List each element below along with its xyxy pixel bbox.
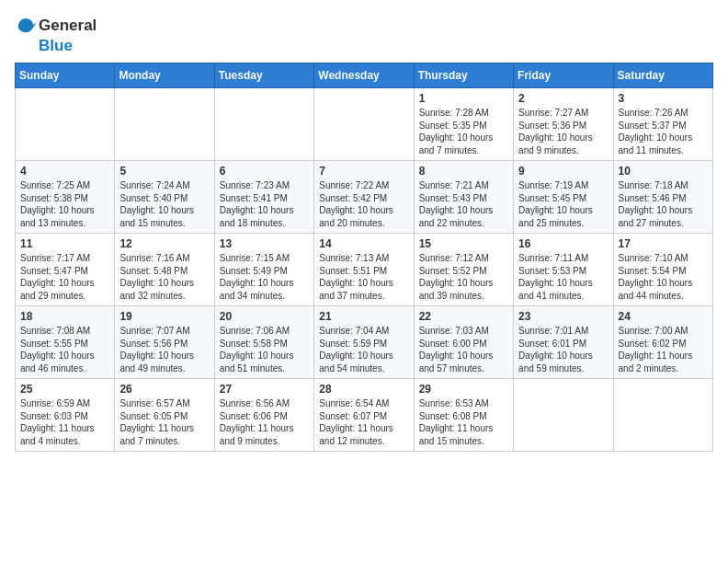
calendar-cell: 20Sunrise: 7:06 AM Sunset: 5:58 PM Dayli… <box>214 306 313 379</box>
day-number: 1 <box>419 92 508 105</box>
calendar-cell: 21Sunrise: 7:04 AM Sunset: 5:59 PM Dayli… <box>314 306 414 379</box>
day-number: 20 <box>220 310 309 323</box>
day-number: 27 <box>220 383 309 396</box>
day-info: Sunrise: 7:06 AM Sunset: 5:58 PM Dayligh… <box>220 325 309 374</box>
logo-blue: Blue <box>39 37 73 55</box>
day-info: Sunrise: 7:22 AM Sunset: 5:42 PM Dayligh… <box>319 179 408 229</box>
calendar-cell: 16Sunrise: 7:11 AM Sunset: 5:53 PM Dayli… <box>514 234 613 306</box>
calendar-table: SundayMondayTuesdayWednesdayThursdayFrid… <box>15 63 713 452</box>
day-info: Sunrise: 7:28 AM Sunset: 5:35 PM Dayligh… <box>419 107 508 156</box>
day-info: Sunrise: 7:07 AM Sunset: 5:56 PM Dayligh… <box>119 325 209 374</box>
day-info: Sunrise: 7:25 AM Sunset: 5:38 PM Dayligh… <box>20 179 109 229</box>
day-info: Sunrise: 7:03 AM Sunset: 6:00 PM Dayligh… <box>419 325 508 374</box>
calendar-week-row: 11Sunrise: 7:17 AM Sunset: 5:47 PM Dayli… <box>16 234 713 306</box>
day-info: Sunrise: 6:53 AM Sunset: 6:08 PM Dayligh… <box>419 397 508 447</box>
calendar-cell: 7Sunrise: 7:22 AM Sunset: 5:42 PM Daylig… <box>314 161 414 234</box>
day-info: Sunrise: 7:26 AM Sunset: 5:37 PM Dayligh… <box>619 107 708 156</box>
day-info: Sunrise: 7:13 AM Sunset: 5:51 PM Dayligh… <box>319 252 408 302</box>
calendar-cell <box>115 88 214 161</box>
day-number: 13 <box>220 237 309 250</box>
calendar-cell: 19Sunrise: 7:07 AM Sunset: 5:56 PM Dayli… <box>115 306 214 379</box>
calendar-cell: 9Sunrise: 7:19 AM Sunset: 5:45 PM Daylig… <box>514 161 613 234</box>
calendar-week-row: 1Sunrise: 7:28 AM Sunset: 5:35 PM Daylig… <box>16 88 713 161</box>
calendar-cell: 11Sunrise: 7:17 AM Sunset: 5:47 PM Dayli… <box>16 234 115 306</box>
day-number: 19 <box>119 310 209 323</box>
day-info: Sunrise: 6:56 AM Sunset: 6:06 PM Dayligh… <box>220 397 309 447</box>
logo: General Blue <box>15 15 97 55</box>
calendar-cell: 17Sunrise: 7:10 AM Sunset: 5:54 PM Dayli… <box>613 234 712 306</box>
day-number: 6 <box>220 165 309 178</box>
day-info: Sunrise: 7:10 AM Sunset: 5:54 PM Dayligh… <box>619 252 708 302</box>
calendar-cell: 12Sunrise: 7:16 AM Sunset: 5:48 PM Dayli… <box>115 234 214 306</box>
calendar-cell <box>16 88 115 161</box>
calendar-cell: 2Sunrise: 7:27 AM Sunset: 5:36 PM Daylig… <box>514 88 613 161</box>
column-header-tuesday: Tuesday <box>214 63 313 88</box>
calendar-cell <box>314 88 414 161</box>
day-info: Sunrise: 7:15 AM Sunset: 5:49 PM Dayligh… <box>220 252 309 302</box>
calendar-cell <box>214 88 313 161</box>
calendar-week-row: 25Sunrise: 6:59 AM Sunset: 6:03 PM Dayli… <box>16 379 713 452</box>
calendar-cell: 29Sunrise: 6:53 AM Sunset: 6:08 PM Dayli… <box>414 379 513 452</box>
day-number: 11 <box>20 237 109 250</box>
calendar-cell: 18Sunrise: 7:08 AM Sunset: 5:55 PM Dayli… <box>16 306 115 379</box>
day-info: Sunrise: 6:59 AM Sunset: 6:03 PM Dayligh… <box>20 397 109 447</box>
calendar-cell: 25Sunrise: 6:59 AM Sunset: 6:03 PM Dayli… <box>16 379 115 452</box>
day-info: Sunrise: 7:24 AM Sunset: 5:40 PM Dayligh… <box>119 179 209 229</box>
day-number: 26 <box>119 383 209 396</box>
column-header-saturday: Saturday <box>613 63 712 88</box>
day-info: Sunrise: 7:11 AM Sunset: 5:53 PM Dayligh… <box>518 252 608 302</box>
calendar-cell: 23Sunrise: 7:01 AM Sunset: 6:01 PM Dayli… <box>514 306 613 379</box>
calendar-cell: 13Sunrise: 7:15 AM Sunset: 5:49 PM Dayli… <box>214 234 313 306</box>
day-number: 17 <box>619 237 708 250</box>
calendar-cell: 28Sunrise: 6:54 AM Sunset: 6:07 PM Dayli… <box>314 379 414 452</box>
calendar-cell: 24Sunrise: 7:00 AM Sunset: 6:02 PM Dayli… <box>613 306 712 379</box>
logo-general: General <box>39 17 97 35</box>
day-number: 15 <box>419 237 508 250</box>
day-number: 28 <box>319 383 408 396</box>
day-number: 7 <box>319 165 408 178</box>
calendar-cell: 1Sunrise: 7:28 AM Sunset: 5:35 PM Daylig… <box>414 88 513 161</box>
day-number: 3 <box>619 92 708 105</box>
column-header-thursday: Thursday <box>414 63 513 88</box>
day-info: Sunrise: 7:18 AM Sunset: 5:46 PM Dayligh… <box>619 179 708 229</box>
calendar-week-row: 18Sunrise: 7:08 AM Sunset: 5:55 PM Dayli… <box>16 306 713 379</box>
calendar-cell: 10Sunrise: 7:18 AM Sunset: 5:46 PM Dayli… <box>613 161 712 234</box>
day-info: Sunrise: 7:16 AM Sunset: 5:48 PM Dayligh… <box>119 252 209 302</box>
day-info: Sunrise: 7:00 AM Sunset: 6:02 PM Dayligh… <box>619 325 708 374</box>
day-number: 25 <box>20 383 109 396</box>
day-number: 9 <box>518 165 608 178</box>
day-number: 10 <box>619 165 708 178</box>
calendar-cell <box>514 379 613 452</box>
day-info: Sunrise: 7:19 AM Sunset: 5:45 PM Dayligh… <box>518 179 608 229</box>
day-number: 23 <box>518 310 608 323</box>
page-header: General Blue <box>15 15 713 55</box>
calendar-cell: 27Sunrise: 6:56 AM Sunset: 6:06 PM Dayli… <box>214 379 313 452</box>
calendar-cell: 4Sunrise: 7:25 AM Sunset: 5:38 PM Daylig… <box>16 161 115 234</box>
day-info: Sunrise: 7:12 AM Sunset: 5:52 PM Dayligh… <box>419 252 508 302</box>
logo-bird-icon <box>15 15 37 37</box>
calendar-cell <box>613 379 712 452</box>
calendar-cell: 15Sunrise: 7:12 AM Sunset: 5:52 PM Dayli… <box>414 234 513 306</box>
logo-text-block: General Blue <box>15 15 97 55</box>
calendar-cell: 26Sunrise: 6:57 AM Sunset: 6:05 PM Dayli… <box>115 379 214 452</box>
day-info: Sunrise: 7:01 AM Sunset: 6:01 PM Dayligh… <box>518 325 608 374</box>
day-number: 29 <box>419 383 508 396</box>
calendar-cell: 14Sunrise: 7:13 AM Sunset: 5:51 PM Dayli… <box>314 234 414 306</box>
day-info: Sunrise: 7:17 AM Sunset: 5:47 PM Dayligh… <box>20 252 109 302</box>
day-number: 14 <box>319 237 408 250</box>
day-number: 2 <box>518 92 608 105</box>
day-info: Sunrise: 7:21 AM Sunset: 5:43 PM Dayligh… <box>419 179 508 229</box>
column-header-sunday: Sunday <box>16 63 115 88</box>
day-info: Sunrise: 6:54 AM Sunset: 6:07 PM Dayligh… <box>319 397 408 447</box>
day-number: 21 <box>319 310 408 323</box>
day-info: Sunrise: 7:08 AM Sunset: 5:55 PM Dayligh… <box>20 325 109 374</box>
day-number: 24 <box>619 310 708 323</box>
day-number: 8 <box>419 165 508 178</box>
day-number: 22 <box>419 310 508 323</box>
day-number: 12 <box>119 237 209 250</box>
day-info: Sunrise: 7:04 AM Sunset: 5:59 PM Dayligh… <box>319 325 408 374</box>
day-info: Sunrise: 7:27 AM Sunset: 5:36 PM Dayligh… <box>518 107 608 156</box>
calendar-week-row: 4Sunrise: 7:25 AM Sunset: 5:38 PM Daylig… <box>16 161 713 234</box>
column-header-friday: Friday <box>514 63 613 88</box>
day-number: 16 <box>518 237 608 250</box>
